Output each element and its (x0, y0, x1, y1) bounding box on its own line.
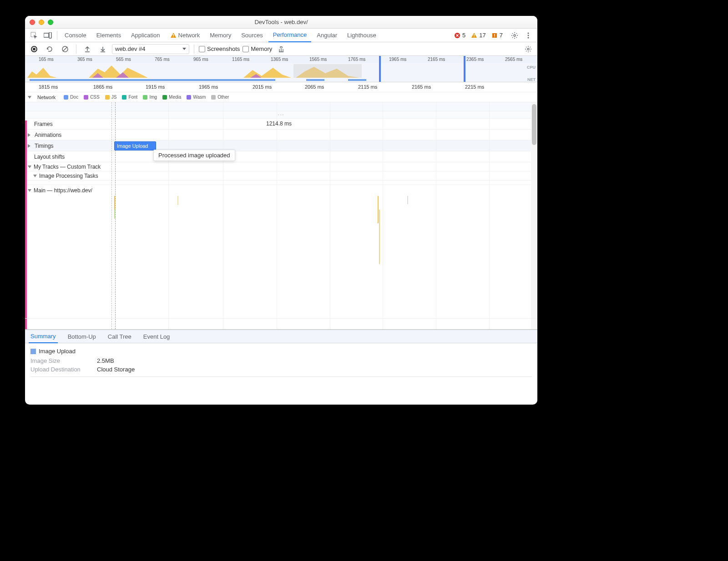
svg-rect-6 (474, 34, 475, 36)
tab-lighthouse[interactable]: Lighthouse (343, 29, 381, 42)
tab-console[interactable]: Console (60, 29, 91, 42)
summary-value: Cloud Storage (97, 366, 135, 373)
warning-icon (170, 32, 177, 39)
performance-toolbar: web.dev #4 Screenshots Memory (25, 42, 537, 56)
svg-rect-7 (474, 36, 475, 37)
svg-point-11 (514, 35, 516, 36)
close-window-button[interactable] (30, 20, 35, 25)
tab-network[interactable]: Network (166, 29, 205, 42)
collapse-icon[interactable] (28, 165, 31, 168)
row-main[interactable]: Main — https://web.dev/ (25, 185, 537, 196)
capture-settings-icon[interactable] (522, 43, 535, 55)
tracks-area: ··· Frames 1214.8 ms Animations Timings … (25, 102, 537, 330)
svg-rect-2 (49, 32, 51, 38)
svg-rect-3 (173, 34, 174, 36)
warning-count[interactable]: 17 (471, 32, 485, 39)
svg-rect-10 (494, 36, 495, 37)
zoom-window-button[interactable] (48, 20, 53, 25)
summary-color-swatch (30, 349, 36, 354)
issue-icon (491, 32, 498, 39)
cpu-label: CPU (527, 65, 536, 70)
legend-js: JS (105, 95, 117, 100)
upload-profile-button[interactable] (81, 43, 94, 55)
overview-tick: 165 ms (39, 57, 54, 62)
network-lane[interactable] (25, 102, 537, 111)
svg-rect-9 (494, 34, 495, 36)
tab-elements[interactable]: Elements (92, 29, 126, 42)
tab-sources[interactable]: Sources (237, 29, 268, 42)
tab-event-log[interactable]: Event Log (142, 330, 172, 343)
collapse-icon[interactable] (33, 175, 37, 177)
download-profile-button[interactable] (96, 43, 109, 55)
overview-handle-right[interactable] (464, 56, 465, 82)
clear-button[interactable] (59, 43, 71, 55)
summary-label: Upload Destination (30, 366, 90, 373)
summary-title: Image Upload (39, 348, 76, 355)
garbage-collect-button[interactable] (275, 43, 288, 55)
tab-application[interactable]: Application (126, 29, 165, 42)
profile-selector[interactable]: web.dev #4 (112, 44, 189, 54)
svg-marker-18 (27, 68, 57, 78)
settings-icon[interactable] (508, 29, 521, 42)
net-label: NET (527, 77, 536, 82)
screenshots-checkbox[interactable]: Screenshots (199, 45, 240, 52)
record-button[interactable] (28, 43, 40, 55)
legend-wasm: Wasm (187, 95, 206, 100)
memory-checkbox[interactable]: Memory (243, 45, 272, 52)
row-animations[interactable]: Animations (25, 130, 537, 140)
legend-css: CSS (84, 95, 100, 100)
svg-point-17 (527, 48, 529, 50)
summary-label: Image Size (30, 357, 90, 364)
tab-summary[interactable]: Summary (29, 330, 58, 343)
issue-count[interactable]: 7 (491, 32, 503, 39)
row-my-tracks-sub[interactable]: Image Processing Tasks (25, 171, 537, 180)
main-flame-chart[interactable] (25, 196, 537, 319)
legend-doc: Doc (64, 95, 78, 100)
more-icon[interactable] (522, 29, 535, 42)
minimize-window-button[interactable] (39, 20, 44, 25)
warning-icon (471, 32, 477, 39)
tab-angular[interactable]: Angular (312, 29, 342, 42)
expand-icon[interactable] (28, 133, 32, 137)
tab-bottom-up[interactable]: Bottom-Up (66, 330, 98, 343)
row-layout-shifts[interactable]: Layout shifts (25, 151, 537, 162)
legend-other: Other (211, 95, 229, 100)
svg-line-16 (63, 47, 67, 51)
row-my-tracks[interactable]: My Tracks — Custom Track (25, 162, 537, 171)
error-count[interactable]: 5 (454, 32, 465, 39)
detail-ruler[interactable]: 1815 ms 1865 ms 1915 ms 1965 ms 2015 ms … (25, 82, 537, 92)
frame-duration: 1214.8 ms (266, 120, 292, 127)
tab-performance[interactable]: Performance (268, 29, 311, 42)
error-icon (454, 32, 460, 39)
summary-value: 2.5MB (97, 357, 114, 364)
svg-point-12 (528, 32, 529, 34)
window-title: DevTools - web.dev/ (25, 19, 537, 25)
timeline-overview[interactable]: 165 ms 365 ms 565 ms 765 ms 965 ms 1165 … (25, 56, 537, 82)
svg-point-13 (528, 35, 529, 36)
titlebar: DevTools - web.dev/ (25, 16, 537, 29)
collapse-icon[interactable] (28, 189, 31, 192)
row-frames[interactable]: Frames 1214.8 ms (25, 119, 537, 130)
svg-rect-1 (44, 33, 49, 37)
collapsed-separator[interactable]: ··· (25, 111, 537, 119)
collapse-icon[interactable] (28, 96, 31, 99)
tab-memory[interactable]: Memory (205, 29, 236, 42)
row-timings[interactable]: Timings Image Upload Processed image upl… (25, 140, 537, 151)
legend-img: Img (143, 95, 157, 100)
overview-handle-left[interactable] (379, 56, 381, 82)
tooltip: Processed image uploaded (153, 150, 235, 161)
panel-tabs: Console Elements Application Network Mem… (25, 29, 537, 42)
svg-rect-25 (293, 64, 362, 78)
timing-block-image-upload[interactable]: Image Upload (114, 141, 156, 150)
summary-panel: Image Upload Image Size2.5MB Upload Dest… (25, 343, 537, 381)
devtools-window: DevTools - web.dev/ Console Elements App… (25, 16, 537, 405)
svg-rect-4 (173, 36, 174, 37)
inspect-element-icon[interactable] (28, 29, 40, 42)
details-tabs: Summary Bottom-Up Call Tree Event Log (25, 330, 537, 343)
legend-font: Font (122, 95, 137, 100)
expand-icon[interactable] (28, 144, 32, 148)
reload-record-button[interactable] (43, 43, 56, 55)
device-toolbar-icon[interactable] (41, 29, 54, 42)
legend-media: Media (162, 95, 181, 100)
tab-call-tree[interactable]: Call Tree (106, 330, 133, 343)
